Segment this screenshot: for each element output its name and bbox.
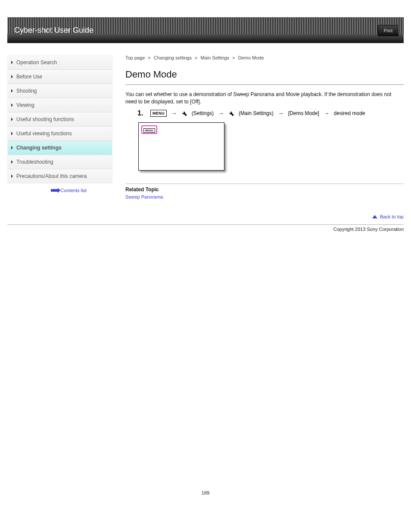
nav-label: Troubleshooting: [16, 159, 53, 165]
arrow-up-icon: [372, 215, 377, 218]
nav-label: Viewing: [16, 102, 34, 108]
caret-icon: [11, 146, 13, 149]
main-settings-label: (Main Settings): [239, 110, 274, 116]
banner-title: Cyber-shot User Guide: [14, 26, 93, 35]
nav-item-troubleshooting[interactable]: Troubleshooting: [8, 155, 112, 169]
main-content: Top page > Changing settings > Main Sett…: [125, 55, 404, 199]
crumb-subsection[interactable]: Main Settings: [200, 55, 229, 60]
caret-icon: [11, 160, 13, 164]
crumb-section[interactable]: Changing settings: [154, 55, 192, 60]
crumb-top[interactable]: Top page: [125, 55, 145, 60]
main-settings-icon: [228, 110, 234, 116]
settings-label: (Settings): [192, 110, 214, 116]
breadcrumb: Top page > Changing settings > Main Sett…: [125, 55, 404, 60]
crumb-sep: >: [232, 55, 235, 60]
header-banner: Cyber-shot User Guide Print: [7, 17, 404, 43]
nav-list: Operation Search Before Use Shooting Vie…: [7, 55, 112, 184]
nav-label: Shooting: [16, 88, 37, 94]
back-to-top-link[interactable]: Back to top: [372, 214, 404, 219]
screenshot-highlight: MENU: [141, 125, 157, 134]
menu-button-icon: MENU: [143, 128, 155, 133]
nav-label: Useful viewing functions: [16, 131, 72, 137]
arrow-right-icon: [51, 189, 58, 192]
settings-icon: [181, 110, 187, 116]
nav-item-shooting[interactable]: Shooting: [8, 84, 112, 98]
nav-label: Changing settings: [16, 145, 62, 151]
camera-screenshot: MENU: [138, 122, 224, 171]
nav-label: Before Use: [16, 74, 42, 80]
tail-label: desired mode: [334, 110, 365, 116]
arrow-right-icon: →: [218, 110, 224, 117]
crumb-sep: >: [195, 55, 197, 60]
print-button[interactable]: Print: [378, 25, 399, 36]
caret-icon: [11, 61, 13, 64]
nav-item-useful-shooting[interactable]: Useful shooting functions: [8, 112, 112, 127]
arrow-right-icon: →: [324, 110, 330, 117]
related-link[interactable]: Sweep Panorama: [125, 194, 404, 199]
caret-icon: [11, 132, 13, 135]
arrow-right-icon: →: [171, 110, 177, 117]
back-link-label: Contents list: [60, 188, 87, 193]
nav-item-before-use[interactable]: Before Use: [8, 70, 112, 84]
nav-label: Precautions/About this camera: [16, 173, 87, 179]
nav-label: Operation Search: [16, 59, 57, 65]
sidebar: Operation Search Before Use Shooting Vie…: [7, 55, 112, 193]
nav-item-viewing[interactable]: Viewing: [8, 98, 112, 112]
step-number: 1.: [137, 109, 146, 117]
caret-icon: [11, 103, 13, 107]
caret-icon: [11, 75, 13, 78]
step-1: 1. MENU → (Settings) → (Main Settings) →…: [137, 109, 404, 117]
related-title: Related Topic: [125, 187, 404, 193]
nav-item-changing-settings[interactable]: Changing settings: [8, 141, 112, 155]
back-to-top-label: Back to top: [380, 214, 404, 219]
crumb-sep: >: [148, 55, 150, 60]
copyright-text: Copyright 2013 Sony Corporation: [333, 227, 404, 232]
footer: Copyright 2013 Sony Corporation: [7, 224, 404, 232]
caret-icon: [11, 174, 13, 178]
menu-button-icon: MENU: [150, 110, 167, 117]
related-topic-section: Related Topic Sweep Panorama: [125, 184, 404, 199]
caret-icon: [11, 89, 13, 93]
contents-list-link[interactable]: Contents list: [7, 188, 112, 193]
nav-item-precautions[interactable]: Precautions/About this camera: [8, 169, 112, 183]
caret-icon: [11, 118, 13, 121]
page-number: 189: [7, 490, 404, 504]
page-heading: Demo Mode: [125, 69, 404, 85]
nav-item-operation-search[interactable]: Operation Search: [8, 56, 112, 70]
nav-item-useful-viewing[interactable]: Useful viewing functions: [8, 127, 112, 141]
description-text: You can set whether to use a demonstrati…: [125, 91, 404, 106]
crumb-current: Demo Mode: [238, 55, 264, 60]
target-label: [Demo Mode]: [288, 110, 319, 116]
arrow-right-icon: →: [278, 110, 284, 117]
nav-label: Useful shooting functions: [16, 116, 74, 122]
